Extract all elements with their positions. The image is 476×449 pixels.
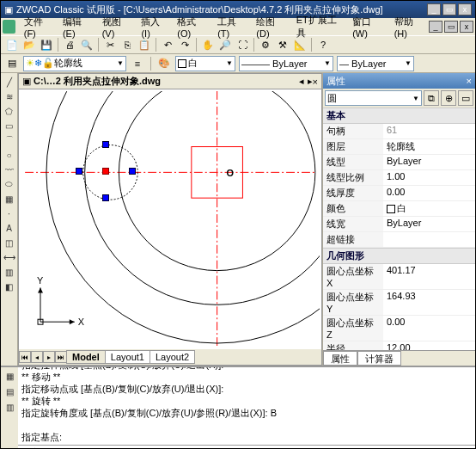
layer-combo[interactable]: ☀❄🔓 轮廓线 ▼ [23, 56, 126, 71]
region-icon[interactable]: ◧ [3, 280, 16, 293]
grip-north[interactable] [102, 141, 109, 148]
paste-icon[interactable]: 📋 [137, 37, 152, 52]
layer-mgr-icon[interactable]: ▤ [4, 56, 20, 71]
print-icon[interactable]: 🖨 [62, 37, 77, 52]
select-icon[interactable]: ▭ [458, 90, 473, 106]
tab-prev-icon[interactable]: ◂ [31, 351, 43, 363]
drawing-svg: O X Y [21, 91, 320, 348]
properties-panel: 属性 × 圆▼ ⧉ ⊕ ▭ 基本 句柄61 图层轮廓线 线型ByLayer 线型… [322, 73, 475, 366]
redo-icon[interactable]: ↷ [177, 37, 192, 52]
zoom-ext-icon[interactable]: ⛶ [235, 37, 250, 52]
menu-insert[interactable]: 插入(I) [136, 14, 172, 40]
menu-view[interactable]: 视图(V) [97, 14, 137, 40]
minimize-button[interactable]: _ [427, 3, 441, 15]
layer-tool-icon[interactable]: ≡ [130, 56, 145, 71]
doc-close-button[interactable]: x [460, 21, 473, 33]
linetype-combo[interactable]: ——— ByLayer ▼ [239, 56, 333, 71]
svg-text:O: O [227, 168, 235, 178]
block-icon[interactable]: ◫ [3, 236, 16, 249]
undo-icon[interactable]: ↶ [160, 37, 175, 52]
cmd-tool1-icon[interactable]: ▦ [3, 369, 16, 383]
help-icon[interactable]: ? [315, 37, 331, 52]
draw-toolbar: ╱ ≋ ⬠ ▭ ⌒ ○ 〰 ⬭ ▦ · A ◫ ⟷ ▥ ◧ [1, 73, 18, 366]
color-combo[interactable]: 白 ▼ [175, 56, 235, 71]
ellipse-icon[interactable]: ⬭ [3, 177, 16, 191]
command-toolbar: ▦ ▤ ▥ [1, 367, 18, 449]
tab-last-icon[interactable]: ⏭ [55, 351, 67, 363]
tab-layout1[interactable]: Layout1 [105, 350, 150, 364]
menu-edit[interactable]: 编辑(E) [58, 14, 97, 40]
group-basic[interactable]: 基本 [323, 108, 475, 124]
circle-icon[interactable]: ○ [3, 148, 16, 162]
grip-east[interactable] [129, 168, 136, 175]
layout-tabs: ⏮ ◂ ▸ ⏭ Model Layout1 Layout2 [19, 349, 321, 365]
pline-icon[interactable]: ≋ [3, 89, 16, 103]
point-icon[interactable]: · [3, 206, 16, 220]
tab-calculator[interactable]: 计算器 [357, 351, 401, 366]
command-log[interactable]: 命令:另一角点:命令:另一角点:命令:** 拉伸 **指定拉伸点或 [基点(B)… [18, 367, 475, 445]
hatch-icon[interactable]: ▦ [3, 192, 16, 206]
tab-next-icon[interactable]: ▸ [43, 351, 55, 363]
app-logo-icon [3, 20, 15, 34]
cut-icon[interactable]: ✂ [102, 37, 118, 52]
drawing-area[interactable]: ▣ C:\…2 利用夹点拉伸对象.dwg ◂ ▸ × O [18, 73, 322, 366]
maximize-button[interactable]: ▭ [442, 3, 456, 15]
cmd-tool2-icon[interactable]: ▤ [3, 384, 16, 398]
lineweight-combo[interactable]: — ByLayer ▼ [337, 56, 414, 71]
doc-icon: ▣ [22, 76, 31, 87]
line-icon[interactable]: ╱ [3, 75, 16, 89]
open-icon[interactable]: 📂 [21, 37, 37, 52]
tool3-icon[interactable]: 📐 [292, 37, 308, 52]
grip-south[interactable] [102, 194, 109, 201]
grip-west[interactable] [76, 168, 82, 175]
svg-text:X: X [78, 317, 85, 327]
tool-icon[interactable]: ⚙ [258, 37, 273, 52]
menu-window[interactable]: 窗口(W) [347, 14, 389, 40]
text-icon[interactable]: A [3, 221, 16, 235]
table-icon[interactable]: ▥ [3, 265, 16, 279]
tab-layout2[interactable]: Layout2 [150, 350, 195, 364]
tab-model[interactable]: Model [66, 350, 106, 364]
canvas[interactable]: O X Y [21, 91, 320, 348]
rect-icon[interactable]: ▭ [3, 119, 16, 132]
dim-icon[interactable]: ⟷ [3, 250, 16, 264]
menu-draw[interactable]: 绘图(D) [251, 14, 290, 40]
cmd-tool3-icon[interactable]: ▥ [3, 400, 16, 414]
arc-icon[interactable]: ⌒ [3, 133, 16, 147]
main-area: ╱ ≋ ⬠ ▭ ⌒ ○ 〰 ⬭ ▦ · A ◫ ⟷ ▥ ◧ ▣ C:\…2 利用… [1, 73, 475, 366]
properties-title-bar[interactable]: 属性 × [323, 73, 475, 89]
close-button[interactable]: x [458, 3, 472, 15]
tool2-icon[interactable]: ⚒ [275, 37, 290, 52]
tab-properties[interactable]: 属性 [323, 351, 357, 366]
tab-first-icon[interactable]: ⏮ [19, 351, 31, 363]
selection-combo[interactable]: 圆▼ [325, 90, 422, 106]
zoom-icon[interactable]: 🔎 [217, 37, 233, 52]
menu-help[interactable]: 帮助(H) [389, 14, 429, 40]
command-input[interactable]: 指定基点: [18, 445, 475, 449]
menu-tools[interactable]: 工具(T) [212, 14, 251, 40]
properties-grid[interactable]: 基本 句柄61 图层轮廓线 线型ByLayer 线型比例1.00 线厚度0.00… [323, 108, 475, 350]
spline-icon[interactable]: 〰 [3, 163, 16, 176]
menu-format[interactable]: 格式(O) [172, 14, 212, 40]
quickselect-icon[interactable]: ⧉ [424, 90, 439, 106]
pan-icon[interactable]: ✋ [200, 37, 216, 52]
panel-close-icon[interactable]: × [467, 76, 472, 86]
save-icon[interactable]: 💾 [39, 37, 54, 52]
doc-minimize-button[interactable]: _ [429, 21, 442, 33]
app-icon: ▣ [4, 4, 13, 15]
svg-point-4 [46, 91, 320, 343]
document-tab[interactable]: ▣ C:\…2 利用夹点拉伸对象.dwg ◂ ▸ × [19, 74, 321, 89]
new-icon[interactable]: 📄 [4, 37, 20, 52]
doc-maximize-button[interactable]: ▭ [444, 21, 458, 33]
tab-nav-left-icon[interactable]: ◂ [299, 76, 304, 87]
color-icon[interactable]: 🎨 [156, 56, 172, 71]
menu-file[interactable]: 文件(F) [19, 14, 58, 40]
copy-icon[interactable]: ⎘ [119, 37, 135, 52]
polygon-icon[interactable]: ⬠ [3, 104, 16, 118]
preview-icon[interactable]: 🔍 [79, 37, 95, 52]
grip-center-hot[interactable] [102, 168, 109, 175]
group-geometry[interactable]: 几何图形 [323, 248, 475, 264]
pickadd-icon[interactable]: ⊕ [441, 90, 456, 106]
svg-marker-10 [70, 319, 75, 324]
tab-close-icon[interactable]: × [313, 77, 318, 87]
